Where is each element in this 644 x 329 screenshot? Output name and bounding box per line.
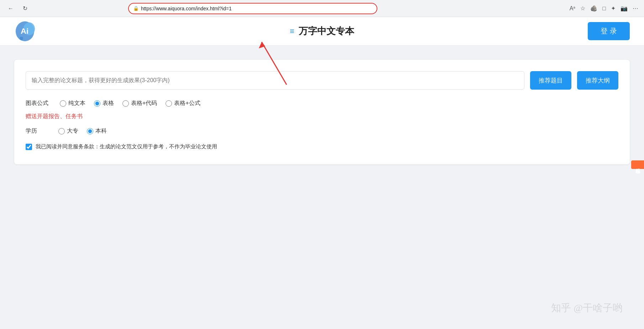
radio-table-code[interactable]: 表格+代码 xyxy=(122,100,157,107)
header-center: ≡ 万字中文专本 xyxy=(290,25,354,37)
chart-radio-group: 纯文本 表格 表格+代码 表格+公式 xyxy=(60,100,200,107)
agreement-text: 我已阅读并同意服务条款：生成的论文范文仅用于参考，不作为毕业论文使用 xyxy=(36,143,217,150)
header: Ai ≡ 万字中文专本 登 录 xyxy=(0,17,644,46)
education-options-row: 学历 大专 本科 xyxy=(26,127,618,135)
radio-table-code-input[interactable] xyxy=(122,100,129,107)
form-card: 推荐题目 推荐大纲 图表公式 纯文本 表格 表 xyxy=(14,60,630,164)
radio-pure-text-input[interactable] xyxy=(60,100,66,107)
search-input[interactable] xyxy=(26,71,524,90)
reload-button[interactable]: ↻ xyxy=(20,4,30,14)
hamburger-icon[interactable]: ≡ xyxy=(290,27,294,36)
education-radio-group: 大专 本科 xyxy=(58,127,107,135)
radio-undergraduate[interactable]: 本科 xyxy=(87,127,107,135)
radio-table-code-label: 表格+代码 xyxy=(131,100,157,107)
agreement-checkbox[interactable] xyxy=(26,144,32,150)
lock-icon: 🔒 xyxy=(133,6,139,11)
education-label: 学历 xyxy=(26,127,47,135)
logo-svg: Ai xyxy=(14,19,39,44)
reader-mode-icon[interactable]: Aᵃ xyxy=(570,5,576,12)
collections-icon[interactable]: ✦ xyxy=(611,5,616,12)
header-right: 登 录 xyxy=(588,22,630,40)
page: Ai ≡ 万字中文专本 登 录 推荐题目 推荐大纲 xyxy=(0,17,644,329)
extensions-icon[interactable]: 🪨 xyxy=(590,5,597,12)
online-service-badge[interactable]: 在线客服 xyxy=(631,160,644,169)
svg-point-2 xyxy=(20,37,23,40)
split-view-icon[interactable]: □ xyxy=(602,5,606,12)
header-title: 万字中文专本 xyxy=(299,25,354,37)
browser-toolbar: Aᵃ ☆ 🪨 □ ✦ 📷 ⋯ xyxy=(570,5,638,12)
main-content: 推荐题目 推荐大纲 图表公式 纯文本 表格 表 xyxy=(0,46,644,329)
radio-undergraduate-input[interactable] xyxy=(87,128,93,134)
radio-college[interactable]: 大专 xyxy=(58,127,78,135)
login-button[interactable]: 登 录 xyxy=(588,22,630,40)
share-icon[interactable]: 📷 xyxy=(621,5,628,12)
radio-table-label: 表格 xyxy=(103,100,114,107)
chart-options-row: 图表公式 纯文本 表格 表格+代码 xyxy=(26,100,618,107)
radio-table-formula-input[interactable] xyxy=(166,100,172,107)
radio-table-input[interactable] xyxy=(94,100,100,107)
agreement-row: 我已阅读并同意服务条款：生成的论文范文仅用于参考，不作为毕业论文使用 xyxy=(26,143,618,150)
radio-pure-text-label: 纯文本 xyxy=(68,100,85,107)
browser-chrome: ← ↻ 🔒 https://www.aiquora.com/index.html… xyxy=(0,0,644,17)
watermark: 知乎 @干啥子哟 xyxy=(551,301,623,315)
radio-table-formula-label: 表格+公式 xyxy=(174,100,200,107)
radio-pure-text[interactable]: 纯文本 xyxy=(60,100,85,107)
radio-table[interactable]: 表格 xyxy=(94,100,114,107)
logo: Ai xyxy=(14,19,39,44)
search-row: 推荐题目 推荐大纲 xyxy=(26,71,618,90)
radio-college-label: 大专 xyxy=(67,127,78,135)
recommend-outline-button[interactable]: 推荐大纲 xyxy=(577,71,618,90)
favorites-icon[interactable]: ☆ xyxy=(580,5,585,12)
gift-text: 赠送开题报告、任务书 xyxy=(26,113,618,120)
more-icon[interactable]: ⋯ xyxy=(633,5,638,12)
chart-label: 图表公式 xyxy=(26,100,48,107)
radio-undergraduate-label: 本科 xyxy=(95,127,107,135)
radio-table-formula[interactable]: 表格+公式 xyxy=(166,100,200,107)
url-text: https://www.aiquora.com/index.html?id=1 xyxy=(141,6,372,11)
radio-college-input[interactable] xyxy=(58,128,65,134)
address-bar[interactable]: 🔒 https://www.aiquora.com/index.html?id=… xyxy=(128,3,377,14)
svg-text:Ai: Ai xyxy=(21,27,28,36)
recommend-topic-button[interactable]: 推荐题目 xyxy=(530,71,571,90)
back-button[interactable]: ← xyxy=(6,4,16,14)
